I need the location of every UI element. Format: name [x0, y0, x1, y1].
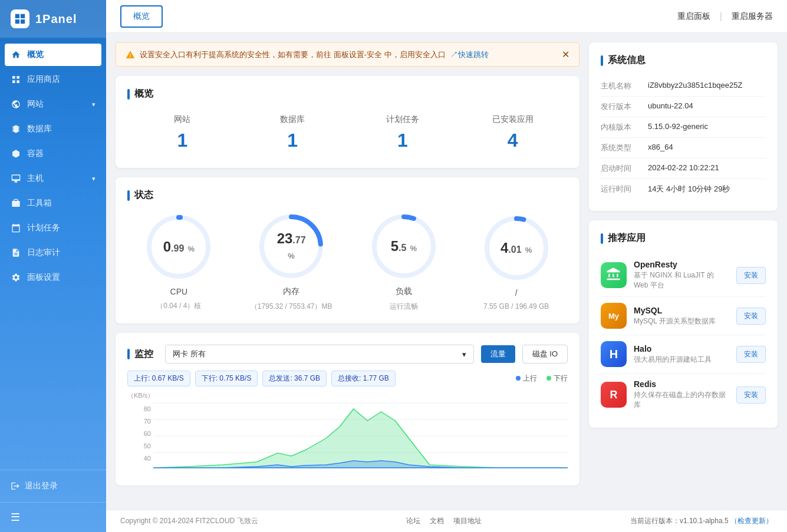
svg-rect-2	[15, 19, 19, 24]
sidebar-item-toolbox[interactable]: 工具箱	[0, 191, 106, 216]
sidebar-item-appstore[interactable]: 应用商店	[0, 67, 106, 92]
app-desc-halo: 强大易用的开源建站工具	[634, 355, 729, 365]
footer-check-update[interactable]: （检查更新）	[730, 517, 773, 525]
install-btn-openresty[interactable]: 安装	[736, 267, 766, 284]
sysinfo-row-hostname: 主机名称 iZ8vbbyz2u3851c1bqee25Z	[601, 76, 766, 97]
sidebar-item-host[interactable]: 主机 ▾	[0, 166, 106, 191]
monitor-card: 监控 网卡 所有 ▾ 流量 磁盘 IO 上行: 0.67 KB/S	[116, 333, 579, 485]
sysinfo-val-hostname: iZ8vbbyz2u3851c1bqee25Z	[648, 81, 766, 91]
sidebar: 1Panel 概览 应用商店 网站 ▾	[0, 0, 106, 532]
gauge-memory-label: 内存	[283, 286, 299, 297]
monitor-network-select[interactable]: 网卡 所有 ▾	[165, 345, 474, 364]
install-btn-halo[interactable]: 安装	[736, 346, 766, 363]
nav-label-appstore: 应用商店	[27, 74, 60, 85]
overview-title: 概览	[127, 88, 568, 100]
stats-grid: 网站 1 数据库 1 计划任务 1 已安装应用	[127, 110, 568, 156]
sidebar-item-container[interactable]: 容器	[0, 141, 106, 166]
stat-apps-value: 4	[462, 130, 563, 151]
install-btn-redis[interactable]: 安装	[736, 386, 766, 404]
logout-button[interactable]: 退出登录	[11, 478, 96, 494]
y-label-50: 50	[127, 442, 151, 450]
app-info-mysql: MySQL MySQL 开源关系型数据库	[634, 306, 729, 326]
gauge-cpu: 0.99 % CPU （0.04 / 4）核	[127, 212, 230, 311]
logo-icon	[11, 9, 29, 28]
sysinfo-val-kernel: 5.15.0-92-generic	[648, 122, 766, 133]
sidebar-item-database[interactable]: 数据库	[0, 117, 106, 141]
gauge-disk-wrap: 4.01 %	[481, 213, 552, 283]
briefcase-icon	[11, 198, 21, 209]
hamburger-icon[interactable]: ☰	[11, 511, 96, 524]
sysinfo-row-kernel: 内核版本 5.15.0-92-generic	[601, 117, 766, 138]
app-name-mysql: MySQL	[634, 306, 729, 315]
alert-close-button[interactable]: ✕	[562, 49, 569, 60]
app-icon-openresty	[601, 262, 627, 288]
footer-links: 论坛 文档 项目地址	[406, 516, 482, 526]
logout-label: 退出登录	[25, 481, 58, 491]
app-desc-mysql: MySQL 开源关系型数据库	[634, 316, 729, 326]
monitor-stat-download: 下行: 0.75 KB/S	[195, 371, 258, 386]
grid-icon	[11, 74, 21, 85]
sidebar-item-log[interactable]: 日志审计	[0, 240, 106, 265]
gauge-disk-main: 4.01 %	[500, 240, 532, 256]
header: 概览 重启面板 | 重启服务器	[106, 0, 787, 33]
stat-crontab-label: 计划任务	[353, 114, 453, 125]
sysinfo-key-boottime: 启动时间	[601, 163, 648, 174]
gauge-load-value: 5.5 %	[391, 238, 417, 255]
stat-database-label: 数据库	[242, 114, 343, 125]
stat-apps-label: 已安装应用	[462, 114, 563, 125]
footer-copyright: Copyright © 2014-2024 FIT2CLOUD 飞致云	[120, 516, 258, 526]
sysinfo-key-kernel: 内核版本	[601, 122, 648, 133]
restart-panel-link[interactable]: 重启面板	[677, 11, 710, 22]
monitor-chart: （KB/s） 80 70 60 50 40	[127, 391, 568, 474]
footer-link-forum[interactable]: 论坛	[406, 516, 420, 526]
stat-database-value: 1	[242, 130, 343, 151]
sysinfo-key-hostname: 主机名称	[601, 81, 648, 91]
gauge-cpu-wrap: 0.99 %	[143, 212, 214, 282]
monitor-traffic-btn[interactable]: 流量	[481, 345, 515, 363]
header-divider: |	[720, 11, 722, 22]
sidebar-item-website[interactable]: 网站 ▾	[0, 92, 106, 117]
monitor-header: 监控 网卡 所有 ▾ 流量 磁盘 IO	[127, 345, 568, 364]
gauge-load-label: 负载	[396, 286, 412, 297]
sidebar-item-crontab[interactable]: 计划任务	[0, 216, 106, 240]
stat-website-label: 网站	[132, 114, 233, 125]
footer-link-github[interactable]: 项目地址	[453, 516, 482, 526]
recommended-title: 推荐应用	[601, 232, 766, 244]
y-label-80: 80	[127, 405, 151, 412]
box-icon	[11, 148, 21, 159]
sysinfo-val-boottime: 2024-02-22 10:22:21	[648, 163, 766, 174]
stat-database: 数据库 1	[238, 110, 348, 156]
gauge-load-sublabel: 运行流畅	[390, 302, 418, 312]
settings-icon	[11, 272, 21, 283]
footer-link-docs[interactable]: 文档	[430, 516, 444, 526]
gauge-cpu-sublabel: （0.04 / 4）核	[156, 301, 201, 311]
gauge-disk: 4.01 % / 7.55 GB / 196.49 GB	[465, 213, 568, 310]
sysinfo-row-boottime: 启动时间 2024-02-22 10:22:21	[601, 158, 766, 179]
chevron-down-icon: ▾	[462, 350, 466, 359]
monitor-stats-row: 上行: 0.67 KB/S 下行: 0.75 KB/S 总发送: 36.7 GB…	[127, 371, 568, 386]
gauge-memory: 23.77 % 内存 （1795.32 / 7553.47）MB	[240, 211, 343, 312]
app-name-openresty: OpenResty	[634, 260, 729, 269]
alert-link[interactable]: ↗快速跳转	[450, 49, 489, 60]
status-grid: 0.99 % CPU （0.04 / 4）核	[127, 211, 568, 312]
nav-label-host: 主机	[27, 173, 44, 184]
restart-server-link[interactable]: 重启服务器	[732, 11, 773, 22]
monitor-stat-total-send: 总发送: 36.7 GB	[262, 371, 327, 386]
app-name-halo: Halo	[634, 344, 729, 353]
stat-apps: 已安装应用 4	[457, 110, 568, 156]
alert-banner: 设置安全入口有利于提高系统的安全性，如有需要，前往 面板设置-安全 中，启用安全…	[116, 42, 579, 67]
sidebar-item-overview[interactable]: 概览	[5, 44, 101, 66]
monitor-disk-btn[interactable]: 磁盘 IO	[522, 345, 568, 364]
header-tab-overview[interactable]: 概览	[120, 5, 163, 28]
app-info-openresty: OpenResty 基于 NGINX 和 LuaJIT 的 Web 平台	[634, 260, 729, 290]
nav-label-overview: 概览	[27, 49, 44, 60]
sysinfo-val-distro: ubuntu-22.04	[648, 101, 766, 112]
install-btn-mysql[interactable]: 安装	[736, 308, 766, 325]
chevron-icon: ▾	[92, 175, 96, 183]
sidebar-item-settings[interactable]: 面板设置	[0, 265, 106, 290]
app-item-redis: R Redis 持久保存在磁盘上的内存数据库 安装	[601, 374, 766, 416]
nav-label-settings: 面板设置	[27, 272, 60, 283]
app-icon-mysql: My	[601, 303, 627, 329]
chart-svg	[153, 391, 568, 474]
sysinfo-table: 主机名称 iZ8vbbyz2u3851c1bqee25Z 发行版本 ubuntu…	[601, 76, 766, 199]
